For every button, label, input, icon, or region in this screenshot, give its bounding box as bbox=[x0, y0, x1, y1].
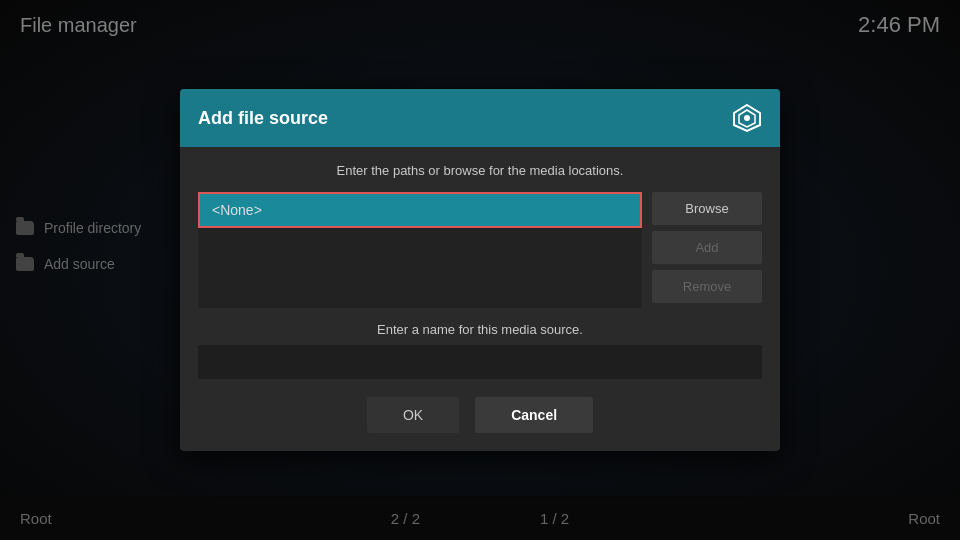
cancel-button[interactable]: Cancel bbox=[475, 397, 593, 433]
source-list-area bbox=[198, 192, 642, 308]
media-source-name-input[interactable] bbox=[198, 345, 762, 379]
dialog-instruction: Enter the paths or browse for the media … bbox=[198, 163, 762, 178]
dialog-title: Add file source bbox=[198, 108, 328, 129]
dialog-body: Enter the paths or browse for the media … bbox=[180, 147, 780, 451]
name-instruction: Enter a name for this media source. bbox=[198, 322, 762, 337]
source-path-input[interactable] bbox=[198, 192, 642, 228]
remove-button[interactable]: Remove bbox=[652, 270, 762, 303]
ok-button[interactable]: OK bbox=[367, 397, 459, 433]
source-action-buttons: Browse Add Remove bbox=[652, 192, 762, 303]
source-row: Browse Add Remove bbox=[198, 192, 762, 308]
browse-button[interactable]: Browse bbox=[652, 192, 762, 225]
source-list-empty bbox=[198, 228, 642, 308]
kodi-logo bbox=[732, 103, 762, 133]
add-file-source-dialog: Add file source Enter the paths or brows… bbox=[180, 89, 780, 451]
dialog-header: Add file source bbox=[180, 89, 780, 147]
modal-overlay: Add file source Enter the paths or brows… bbox=[0, 0, 960, 540]
add-button[interactable]: Add bbox=[652, 231, 762, 264]
svg-point-2 bbox=[744, 115, 750, 121]
dialog-footer: OK Cancel bbox=[198, 397, 762, 433]
